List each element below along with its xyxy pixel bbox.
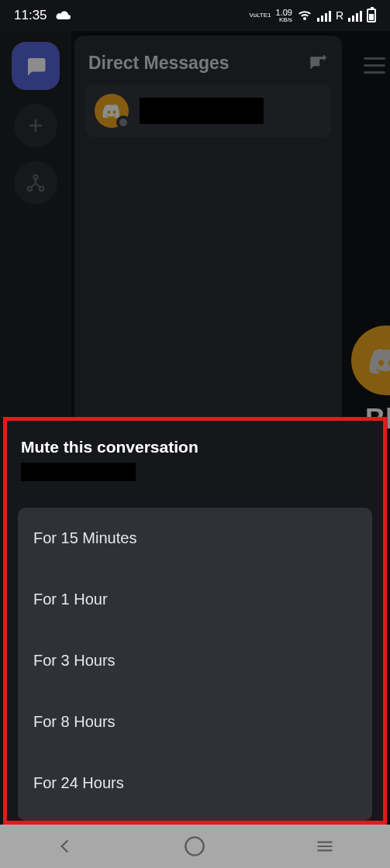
svg-point-1 (28, 187, 32, 191)
discord-logo-icon (369, 347, 390, 374)
status-speed: 1.09 (275, 9, 292, 17)
mute-option-8-hours[interactable]: For 8 Hours (18, 691, 372, 753)
back-icon (55, 836, 75, 856)
chat-bubble-icon (24, 54, 47, 78)
battery-icon (367, 9, 376, 22)
svg-point-3 (186, 837, 204, 855)
redacted-subtitle (21, 463, 136, 481)
wifi-icon (297, 9, 312, 22)
system-nav-bar (0, 825, 390, 868)
mute-option-24-hours[interactable]: For 24 Hours (18, 753, 372, 814)
mute-options-list: For 15 Minutes For 1 Hour For 3 Hours Fo… (18, 508, 372, 821)
avatar-large (351, 326, 390, 395)
discord-logo-icon (102, 104, 121, 118)
avatar (95, 94, 129, 128)
recents-button[interactable] (309, 831, 340, 862)
mute-sheet: Mute this conversation For 15 Minutes Fo… (7, 421, 383, 821)
add-server-button[interactable] (14, 104, 57, 147)
status-time: 11:35 (14, 8, 47, 23)
cloud-icon (55, 9, 72, 22)
plus-icon (26, 116, 45, 135)
status-offline-icon (116, 115, 130, 129)
dm-header-title: Direct Messages (88, 53, 230, 74)
svg-point-2 (40, 187, 43, 191)
mute-option-until-off[interactable]: Until I turn it back on (18, 814, 372, 821)
menu-lines-icon (315, 836, 335, 856)
svg-point-0 (33, 175, 37, 179)
status-lte: VoLTE1 (250, 12, 271, 19)
highlight-box: Mute this conversation For 15 Minutes Fo… (3, 417, 387, 825)
circle-icon (184, 835, 205, 857)
mute-option-1-hour[interactable]: For 1 Hour (18, 569, 372, 630)
status-speed-unit: KB/s (275, 17, 292, 23)
dm-conversation-row[interactable] (85, 84, 331, 137)
sheet-title: Mute this conversation (21, 438, 369, 456)
status-bar: 11:35 VoLTE1 1.09KB/s R (0, 0, 390, 31)
status-roaming: R (336, 9, 343, 22)
discover-button[interactable] (14, 161, 57, 205)
hub-icon (26, 173, 46, 193)
back-button[interactable] (50, 831, 81, 862)
redacted-name (140, 98, 264, 124)
signal-bars-icon-2 (348, 9, 362, 22)
menu-icon[interactable] (364, 57, 385, 74)
dm-home-button[interactable] (12, 42, 60, 90)
signal-bars-icon (317, 9, 331, 22)
new-message-icon[interactable] (306, 53, 328, 74)
mute-option-15-min[interactable]: For 15 Minutes (18, 508, 372, 569)
mute-option-3-hours[interactable]: For 3 Hours (18, 630, 372, 691)
home-button[interactable] (179, 831, 210, 862)
